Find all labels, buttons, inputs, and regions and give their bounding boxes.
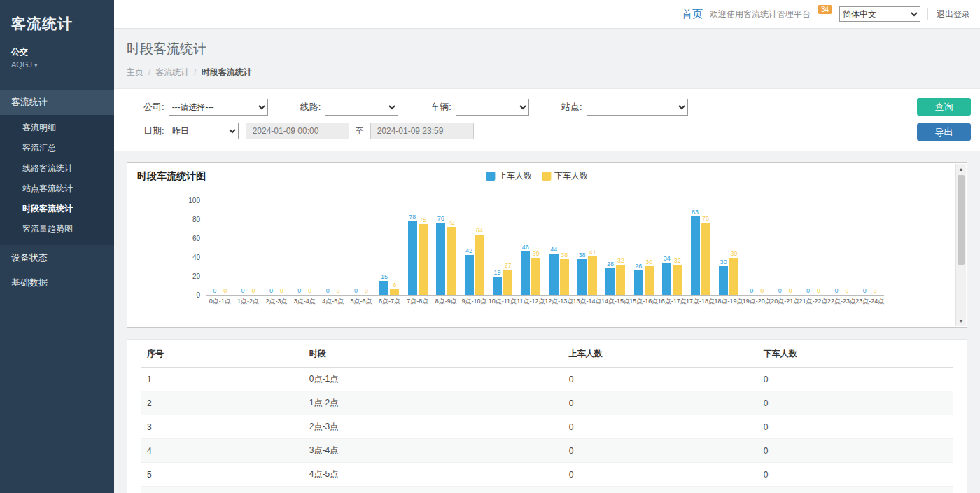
- home-link[interactable]: 首页: [682, 8, 703, 21]
- date-preset-select[interactable]: 昨日: [169, 123, 239, 139]
- table-row[interactable]: 21点-2点00: [141, 391, 953, 415]
- y-axis: 020406080100: [182, 201, 206, 296]
- bar[interactable]: [447, 227, 456, 295]
- x-axis-label: 5点-6点: [347, 297, 375, 306]
- export-button[interactable]: 导出: [917, 123, 971, 141]
- scrollbar-thumb[interactable]: [958, 175, 965, 265]
- sidebar-item[interactable]: 客流明细: [0, 118, 114, 138]
- bar-column: 26: [634, 263, 643, 295]
- legend-item[interactable]: 下车人数: [542, 170, 588, 182]
- date-from-input[interactable]: [246, 123, 349, 139]
- sidebar-item[interactable]: 站点客流统计: [0, 179, 114, 199]
- bar[interactable]: [379, 281, 388, 295]
- page-title: 时段客流统计: [127, 40, 967, 58]
- bar[interactable]: [691, 216, 700, 295]
- table-row[interactable]: 54点-5点00: [141, 463, 953, 487]
- bar[interactable]: [436, 223, 445, 295]
- filter-row-1: 公司: ---请选择--- 线路: 车辆: 站点:: [144, 99, 970, 116]
- table-row[interactable]: 10点-1点00: [141, 368, 953, 391]
- sidebar-section[interactable]: 基础数据: [0, 270, 114, 296]
- bar[interactable]: [616, 265, 625, 295]
- table-header-cell: 下车人数: [758, 341, 953, 368]
- x-axis-label: 13点-14点: [573, 297, 601, 306]
- bar[interactable]: [701, 223, 710, 295]
- table-cell: 0: [758, 487, 953, 493]
- station-filter: 站点:: [561, 99, 688, 116]
- sidebar-item[interactable]: 线路客流统计: [0, 158, 114, 179]
- scroll-up-icon[interactable]: ▲: [956, 164, 966, 174]
- line-label: 线路:: [300, 101, 321, 113]
- bar[interactable]: [673, 265, 682, 295]
- bar-column: 39: [531, 250, 540, 295]
- bar-column: 0: [362, 287, 371, 295]
- sidebar-section[interactable]: 客流统计: [0, 90, 114, 115]
- bar[interactable]: [550, 254, 559, 295]
- app-root: 客流统计 公交 AQGJ▾ 客流统计客流明细客流汇总线路客流统计站点客流统计时段…: [0, 0, 980, 493]
- bar[interactable]: [588, 256, 597, 295]
- language-select[interactable]: 简体中文: [839, 6, 920, 22]
- x-axis-label: 8点-9点: [432, 297, 460, 306]
- table-row[interactable]: 43点-4点00: [141, 439, 953, 463]
- bar[interactable]: [729, 258, 738, 295]
- legend-swatch-icon: [486, 172, 495, 181]
- bar[interactable]: [503, 270, 512, 295]
- x-axis-label: 14点-15点: [601, 297, 629, 306]
- bar[interactable]: [475, 235, 484, 295]
- x-axis-label: 17点-18点: [686, 297, 714, 306]
- breadcrumb-item[interactable]: 主页: [127, 67, 144, 77]
- chart-scrollbar[interactable]: ▲ ▼: [955, 164, 966, 326]
- bar[interactable]: [606, 268, 615, 295]
- bar[interactable]: [662, 263, 671, 295]
- bar-value-label: 38: [561, 251, 568, 259]
- date-filter: 日期: 昨日 至: [144, 123, 474, 139]
- line-select[interactable]: [325, 99, 398, 116]
- sidebar-item[interactable]: 客流汇总: [0, 138, 114, 158]
- x-axis-label: 2点-3点: [262, 297, 290, 306]
- breadcrumb-separator: /: [148, 67, 150, 77]
- bar[interactable]: [419, 224, 428, 295]
- table-cell: 0: [758, 415, 953, 439]
- sidebar-item[interactable]: 客流量趋势图: [0, 219, 114, 239]
- table-row[interactable]: 32点-3点00: [141, 415, 953, 439]
- logout-link[interactable]: 退出登录: [927, 8, 970, 20]
- station-select[interactable]: [587, 99, 688, 116]
- bar-group: 00: [856, 287, 884, 295]
- bar-group: 00: [827, 287, 855, 295]
- sidebar-menu: 客流统计客流明细客流汇总线路客流统计站点客流统计时段客流统计客流量趋势图设备状态…: [0, 90, 114, 296]
- bar[interactable]: [390, 289, 399, 295]
- bar[interactable]: [560, 259, 569, 295]
- bar[interactable]: [521, 251, 530, 295]
- table-cell: 5: [141, 463, 304, 487]
- bar[interactable]: [493, 277, 502, 295]
- sidebar-item[interactable]: 时段客流统计: [0, 199, 114, 219]
- company-select[interactable]: ---请选择---: [169, 99, 268, 116]
- x-axis-label: 15点-16点: [630, 297, 658, 306]
- scroll-down-icon[interactable]: ▼: [956, 316, 966, 326]
- bar[interactable]: [531, 258, 540, 295]
- bar[interactable]: [634, 270, 643, 295]
- x-axis-label: 3点-4点: [290, 297, 318, 306]
- bar[interactable]: [645, 266, 654, 295]
- bar-value-label: 39: [533, 250, 540, 258]
- bar-value-label: 0: [280, 287, 284, 295]
- query-button[interactable]: 查询: [917, 98, 971, 116]
- sidebar-section[interactable]: 设备状态: [0, 245, 114, 270]
- bar[interactable]: [719, 266, 728, 295]
- breadcrumb-item[interactable]: 客流统计: [155, 67, 189, 77]
- bar-column: 78: [408, 214, 417, 295]
- sidebar: 客流统计 公交 AQGJ▾ 客流统计客流明细客流汇总线路客流统计站点客流统计时段…: [0, 0, 114, 493]
- bar-group: 00: [771, 287, 799, 295]
- bar-column: 42: [465, 247, 474, 295]
- bar[interactable]: [465, 255, 474, 295]
- breadcrumb: 主页/客流统计/时段客流统计: [127, 67, 967, 85]
- bar[interactable]: [408, 221, 417, 295]
- legend-item[interactable]: 上车人数: [486, 170, 532, 182]
- vehicle-select[interactable]: [456, 99, 529, 116]
- notification-badge[interactable]: 34: [818, 5, 832, 14]
- org-code-dropdown[interactable]: AQGJ▾: [0, 59, 114, 73]
- table-row[interactable]: 65点-6点00: [141, 487, 953, 493]
- bar-group: 1927: [489, 262, 517, 295]
- vehicle-filter: 车辆:: [430, 99, 529, 116]
- bar[interactable]: [578, 259, 587, 295]
- date-to-input[interactable]: [370, 123, 474, 139]
